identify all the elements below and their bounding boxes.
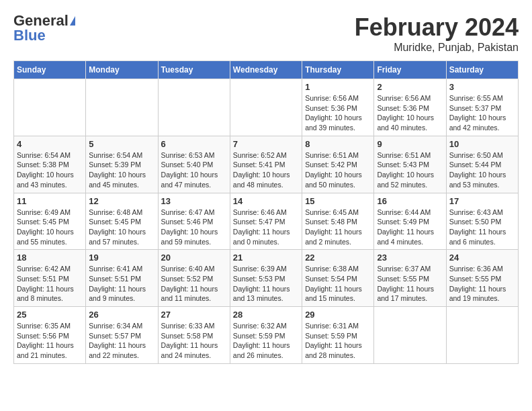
day-info: Sunrise: 6:39 AMSunset: 5:53 PMDaylight:… [233,264,299,304]
day-number: 8 [305,139,371,149]
day-header-friday: Friday [374,61,446,79]
calendar-cell [14,79,86,136]
day-number: 9 [377,139,443,149]
day-number: 25 [17,310,83,320]
week-row-3: 11Sunrise: 6:49 AMSunset: 5:45 PMDayligh… [14,193,519,250]
calendar-cell: 4Sunrise: 6:54 AMSunset: 5:38 PMDaylight… [14,136,86,193]
day-number: 2 [377,82,443,92]
day-info: Sunrise: 6:51 AMSunset: 5:43 PMDaylight:… [377,150,443,190]
day-info: Sunrise: 6:49 AMSunset: 5:45 PMDaylight:… [17,208,83,247]
day-info: Sunrise: 6:56 AMSunset: 5:36 PMDaylight:… [377,93,443,133]
day-info: Sunrise: 6:47 AMSunset: 5:46 PMDaylight:… [161,208,227,247]
day-header-wednesday: Wednesday [230,61,302,79]
calendar-cell: 22Sunrise: 6:38 AMSunset: 5:54 PMDayligh… [302,250,374,307]
day-header-saturday: Saturday [446,61,518,79]
day-number: 5 [89,139,154,149]
calendar-cell: 5Sunrise: 6:54 AMSunset: 5:39 PMDaylight… [86,136,158,193]
calendar-cell [158,79,230,136]
calendar-cell: 10Sunrise: 6:50 AMSunset: 5:44 PMDayligh… [446,136,518,193]
day-header-monday: Monday [86,61,158,79]
day-number: 6 [161,139,227,149]
calendar-cell [230,79,302,136]
day-number: 23 [377,253,443,263]
day-number: 20 [161,253,227,263]
logo-general-text: General [13,13,69,28]
day-number: 22 [305,253,371,263]
day-info: Sunrise: 6:42 AMSunset: 5:51 PMDaylight:… [17,264,83,304]
week-row-5: 25Sunrise: 6:35 AMSunset: 5:56 PMDayligh… [14,307,519,364]
day-info: Sunrise: 6:31 AMSunset: 5:59 PMDaylight:… [305,321,371,361]
logo: General Blue [13,13,75,43]
day-info: Sunrise: 6:54 AMSunset: 5:39 PMDaylight:… [89,150,154,190]
calendar-cell: 21Sunrise: 6:39 AMSunset: 5:53 PMDayligh… [230,250,302,307]
title-section: February 2024 Muridke, Punjab, Pakistan [355,13,519,54]
day-info: Sunrise: 6:43 AMSunset: 5:50 PMDaylight:… [449,208,515,247]
calendar-subtitle: Muridke, Punjab, Pakistan [355,42,519,54]
day-info: Sunrise: 6:35 AMSunset: 5:56 PMDaylight:… [17,321,83,361]
week-row-1: 1Sunrise: 6:56 AMSunset: 5:36 PMDaylight… [14,79,519,136]
calendar-cell: 15Sunrise: 6:45 AMSunset: 5:48 PMDayligh… [302,193,374,250]
calendar-cell: 9Sunrise: 6:51 AMSunset: 5:43 PMDaylight… [374,136,446,193]
day-info: Sunrise: 6:51 AMSunset: 5:42 PMDaylight:… [305,150,371,190]
day-info: Sunrise: 6:38 AMSunset: 5:54 PMDaylight:… [305,264,371,304]
calendar-cell: 3Sunrise: 6:55 AMSunset: 5:37 PMDaylight… [446,79,518,136]
day-info: Sunrise: 6:54 AMSunset: 5:38 PMDaylight:… [17,150,83,190]
day-header-thursday: Thursday [302,61,374,79]
calendar-cell [86,79,158,136]
day-number: 12 [89,196,154,206]
day-number: 29 [305,310,371,320]
calendar-cell: 8Sunrise: 6:51 AMSunset: 5:42 PMDaylight… [302,136,374,193]
day-info: Sunrise: 6:56 AMSunset: 5:36 PMDaylight:… [305,93,371,133]
day-number: 1 [305,82,371,92]
day-number: 24 [449,253,515,263]
calendar-cell: 19Sunrise: 6:41 AMSunset: 5:51 PMDayligh… [86,250,158,307]
day-info: Sunrise: 6:36 AMSunset: 5:55 PMDaylight:… [449,264,515,304]
day-info: Sunrise: 6:45 AMSunset: 5:48 PMDaylight:… [305,208,371,247]
calendar-cell: 13Sunrise: 6:47 AMSunset: 5:46 PMDayligh… [158,193,230,250]
day-number: 19 [89,253,154,263]
logo-blue-text: Blue [13,27,46,44]
day-number: 3 [449,82,515,92]
day-info: Sunrise: 6:37 AMSunset: 5:55 PMDaylight:… [377,264,443,304]
day-number: 4 [17,139,83,149]
calendar-title: February 2024 [355,13,519,42]
day-info: Sunrise: 6:48 AMSunset: 5:45 PMDaylight:… [89,208,154,247]
week-row-2: 4Sunrise: 6:54 AMSunset: 5:38 PMDaylight… [14,136,519,193]
calendar-cell: 17Sunrise: 6:43 AMSunset: 5:50 PMDayligh… [446,193,518,250]
calendar-cell [446,307,518,364]
day-number: 16 [377,196,443,206]
calendar-cell: 18Sunrise: 6:42 AMSunset: 5:51 PMDayligh… [14,250,86,307]
day-info: Sunrise: 6:34 AMSunset: 5:57 PMDaylight:… [89,321,154,361]
day-info: Sunrise: 6:50 AMSunset: 5:44 PMDaylight:… [449,150,515,190]
day-info: Sunrise: 6:32 AMSunset: 5:59 PMDaylight:… [233,321,299,361]
calendar-cell: 14Sunrise: 6:46 AMSunset: 5:47 PMDayligh… [230,193,302,250]
calendar-cell: 11Sunrise: 6:49 AMSunset: 5:45 PMDayligh… [14,193,86,250]
calendar-table: SundayMondayTuesdayWednesdayThursdayFrid… [13,60,519,364]
calendar-cell: 20Sunrise: 6:40 AMSunset: 5:52 PMDayligh… [158,250,230,307]
calendar-cell: 29Sunrise: 6:31 AMSunset: 5:59 PMDayligh… [302,307,374,364]
day-info: Sunrise: 6:46 AMSunset: 5:47 PMDaylight:… [233,208,299,247]
calendar-cell: 24Sunrise: 6:36 AMSunset: 5:55 PMDayligh… [446,250,518,307]
calendar-cell: 12Sunrise: 6:48 AMSunset: 5:45 PMDayligh… [86,193,158,250]
header: General Blue February 2024 Muridke, Punj… [13,13,519,54]
day-number: 17 [449,196,515,206]
day-number: 26 [89,310,154,320]
day-number: 15 [305,196,371,206]
calendar-cell: 25Sunrise: 6:35 AMSunset: 5:56 PMDayligh… [14,307,86,364]
calendar-cell: 27Sunrise: 6:33 AMSunset: 5:58 PMDayligh… [158,307,230,364]
calendar-cell: 16Sunrise: 6:44 AMSunset: 5:49 PMDayligh… [374,193,446,250]
day-number: 10 [449,139,515,149]
day-number: 11 [17,196,83,206]
day-header-tuesday: Tuesday [158,61,230,79]
day-info: Sunrise: 6:44 AMSunset: 5:49 PMDaylight:… [377,208,443,247]
day-number: 13 [161,196,227,206]
calendar-cell: 6Sunrise: 6:53 AMSunset: 5:40 PMDaylight… [158,136,230,193]
calendar-cell: 2Sunrise: 6:56 AMSunset: 5:36 PMDaylight… [374,79,446,136]
day-number: 18 [17,253,83,263]
day-info: Sunrise: 6:40 AMSunset: 5:52 PMDaylight:… [161,264,227,304]
day-info: Sunrise: 6:41 AMSunset: 5:51 PMDaylight:… [89,264,154,304]
day-number: 27 [161,310,227,320]
calendar-cell: 1Sunrise: 6:56 AMSunset: 5:36 PMDaylight… [302,79,374,136]
day-info: Sunrise: 6:55 AMSunset: 5:37 PMDaylight:… [449,93,515,133]
calendar-cell: 7Sunrise: 6:52 AMSunset: 5:41 PMDaylight… [230,136,302,193]
